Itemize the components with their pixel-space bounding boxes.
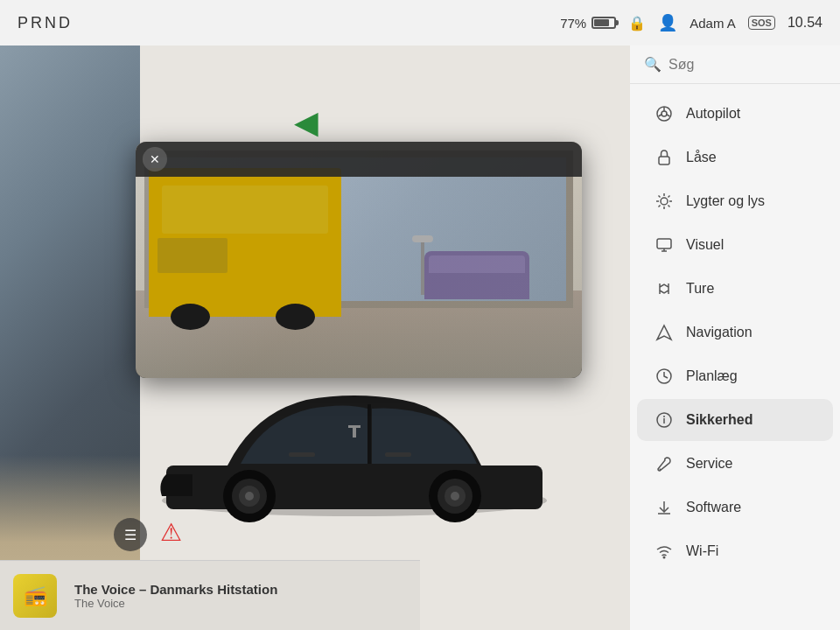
search-bar: 🔍 [630, 46, 840, 84]
svg-point-6 [245, 492, 254, 500]
display-icon [654, 235, 674, 255]
bottom-icons: ☰ ⚠ [114, 518, 182, 551]
svg-rect-2 [368, 404, 371, 464]
sidebar-item-label-laase: Låse [686, 150, 717, 165]
lock-icon [654, 148, 674, 167]
close-button[interactable]: ✕ [143, 147, 167, 172]
search-icon: 🔍 [644, 56, 662, 73]
battery-percentage: 77% [560, 16, 586, 31]
camera-scene [136, 142, 582, 378]
svg-rect-14 [385, 452, 411, 457]
sidebar-item-ture[interactable]: Ture [637, 268, 833, 310]
svg-point-16 [662, 111, 667, 116]
trips-icon [654, 279, 674, 298]
media-bar: 📻 The Voice – Danmarks Hitstation The Vo… [0, 560, 420, 630]
user-name: Adam A [690, 16, 736, 31]
light-icon [654, 192, 674, 211]
svg-rect-1 [166, 466, 542, 509]
sidebar-item-label-software: Software [686, 500, 741, 515]
media-logo: 📻 [24, 584, 47, 607]
download-icon [654, 498, 674, 517]
sidebar-item-label-wifi: Wi-Fi [686, 543, 718, 559]
sidebar-item-label-autopilot: Autopilot [686, 106, 740, 122]
sidebar-item-label-sikkerhed: Sikkerhed [686, 412, 752, 428]
svg-rect-20 [659, 157, 669, 164]
svg-point-42 [663, 556, 666, 559]
svg-line-27 [668, 206, 670, 207]
sidebar-item-sikkerhed[interactable]: Sikkerhed [637, 399, 833, 441]
svg-line-19 [667, 115, 670, 117]
sidebar-item-visuel[interactable]: Visuel [637, 224, 833, 266]
sos-badge: SOS [748, 16, 775, 30]
media-subtitle: The Voice [74, 597, 407, 610]
media-thumbnail: 📻 [13, 574, 57, 618]
sidebar-item-software[interactable]: Software [637, 486, 833, 528]
svg-point-40 [660, 469, 662, 471]
svg-point-21 [661, 198, 668, 205]
sidebar-item-label-ture: Ture [686, 281, 714, 297]
svg-line-29 [659, 206, 661, 207]
svg-line-18 [659, 115, 662, 117]
clock: 10.54 [788, 15, 822, 31]
sidebar-item-planlaeg[interactable]: Planlæg [637, 355, 833, 397]
svg-point-39 [663, 416, 665, 417]
sidebar-item-autopilot[interactable]: Autopilot [637, 93, 833, 135]
sidebar-item-label-lygter: Lygter og lys [686, 193, 765, 209]
prnd-indicator: PRND [18, 14, 73, 32]
sidebar-item-label-visuel: Visuel [686, 237, 724, 253]
back-arrow[interactable]: ◀ [289, 105, 324, 140]
sidebar-item-wifi[interactable]: Wi-Fi [637, 530, 833, 572]
alert-icon: ⚠ [160, 518, 182, 551]
settings-sidebar: 🔍 Autopilot Låse Lygter og lys Visuel Tu… [630, 46, 840, 630]
settings-menu: Autopilot Låse Lygter og lys Visuel Ture… [630, 84, 840, 581]
media-list-icon[interactable]: ☰ [114, 518, 147, 551]
sidebar-item-label-service: Service [686, 456, 732, 472]
sidebar-item-lygter[interactable]: Lygter og lys [637, 180, 833, 222]
nav-icon [654, 323, 674, 342]
svg-rect-30 [657, 239, 671, 248]
car-svg [114, 360, 595, 536]
steering-icon [654, 104, 674, 123]
sidebar-item-laase[interactable]: Låse [637, 136, 833, 178]
plan-icon [654, 367, 674, 386]
info-icon [654, 410, 674, 430]
svg-rect-12 [353, 425, 356, 438]
profile-icon: 👤 [658, 13, 677, 32]
sidebar-item-label-navigation: Navigation [686, 325, 752, 340]
svg-line-26 [659, 196, 661, 198]
status-right: 77% 🔒 👤 Adam A SOS 10.54 [560, 13, 822, 32]
sidebar-item-label-planlaeg: Planlæg [686, 368, 738, 384]
camera-header: ✕ [136, 142, 582, 177]
media-info: The Voice – Danmarks Hitstation The Voic… [74, 582, 407, 610]
sidebar-item-service[interactable]: Service [637, 443, 833, 485]
search-input[interactable] [668, 57, 840, 73]
svg-point-10 [451, 492, 459, 500]
svg-rect-13 [289, 452, 315, 457]
main-content: ◀ ✕ [0, 46, 630, 630]
svg-line-28 [668, 196, 670, 198]
svg-marker-35 [657, 326, 671, 340]
arrow-shape: ◀ [294, 107, 318, 138]
battery-info: 77% [560, 16, 616, 31]
media-title: The Voice – Danmarks Hitstation [74, 582, 407, 597]
wrench-icon [654, 454, 674, 473]
camera-popup: ✕ [136, 142, 582, 378]
lock-icon: 🔒 [628, 15, 646, 32]
battery-icon [592, 17, 616, 29]
status-bar: PRND 77% 🔒 👤 Adam A SOS 10.54 [0, 0, 840, 46]
sidebar-item-navigation[interactable]: Navigation [637, 312, 833, 354]
wifi-icon [654, 542, 674, 561]
